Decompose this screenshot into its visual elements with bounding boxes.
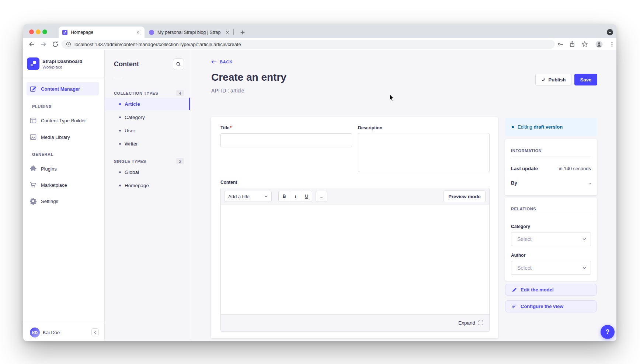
editor-toolbar: Add a title B I U ... Preview mode bbox=[221, 188, 489, 204]
sidebar-item-settings[interactable]: Settings bbox=[27, 195, 99, 208]
browser-menu-icon[interactable] bbox=[609, 41, 615, 48]
sidebar-item-content-type-builder[interactable]: Content-Type Builder bbox=[27, 114, 99, 127]
back-link[interactable]: BACK bbox=[211, 60, 233, 64]
expand-icon[interactable] bbox=[479, 321, 483, 325]
url-text: localhost:1337/admin/content-manager/col… bbox=[74, 42, 241, 47]
browser-back-button[interactable] bbox=[28, 41, 35, 48]
edit-model-button[interactable]: Edit the model bbox=[505, 284, 597, 296]
save-label: Save bbox=[580, 77, 591, 83]
entry-form-card: Title* Description Content Add a title B bbox=[211, 117, 498, 338]
pencil-icon bbox=[512, 287, 517, 292]
subnav-item-article[interactable]: Article bbox=[105, 98, 190, 110]
browser-forward-button[interactable] bbox=[40, 41, 47, 48]
group-label: SINGLE TYPES bbox=[114, 159, 146, 164]
profile-avatar-icon[interactable] bbox=[595, 41, 603, 48]
bullet-icon bbox=[119, 185, 121, 186]
main-content: BACK Create an entry API ID : article Pu… bbox=[190, 50, 616, 341]
group-label: COLLECTION TYPES bbox=[114, 91, 158, 95]
info-label: Last update bbox=[511, 166, 538, 171]
subnav-item-user[interactable]: User bbox=[105, 124, 190, 137]
info-row-last-update: Last update in 140 seconds bbox=[511, 166, 591, 171]
italic-button[interactable]: I bbox=[290, 191, 301, 202]
sidebar-item-label: Content-Type Builder bbox=[41, 118, 86, 123]
close-window-button[interactable] bbox=[29, 29, 34, 34]
subnav-title: Content bbox=[114, 60, 139, 68]
address-bar[interactable]: localhost:1337/admin/content-manager/col… bbox=[62, 40, 555, 49]
title-field-label: Title* bbox=[220, 125, 232, 130]
media-image-icon bbox=[29, 133, 37, 141]
category-select[interactable]: Select bbox=[511, 232, 591, 246]
minimize-window-button[interactable] bbox=[36, 29, 41, 34]
info-value: in 140 seconds bbox=[559, 166, 591, 171]
cart-icon bbox=[29, 181, 37, 189]
close-tab-icon[interactable] bbox=[225, 29, 230, 35]
subnav-item-category[interactable]: Category bbox=[105, 111, 190, 123]
sidebar-item-media-library[interactable]: Media Library bbox=[27, 130, 99, 144]
select-placeholder: Select bbox=[517, 236, 532, 242]
expand-label[interactable]: Expand bbox=[458, 320, 475, 326]
save-button[interactable]: Save bbox=[574, 74, 597, 85]
underline-button[interactable]: U bbox=[301, 191, 312, 202]
user-name: Kai Doe bbox=[43, 330, 60, 335]
plus-icon bbox=[240, 30, 245, 35]
relations-heading: RELATIONS bbox=[511, 207, 591, 211]
sidebar-item-content-manager[interactable]: Content Manager bbox=[27, 82, 99, 95]
subnav-item-writer[interactable]: Writer bbox=[105, 137, 190, 150]
tab-homepage[interactable]: Homepage bbox=[59, 27, 145, 38]
browser-window: Homepage My personal Strapi blog | Strap bbox=[23, 24, 616, 341]
blog-favicon bbox=[149, 30, 154, 35]
workspace-switcher[interactable]: Strapi Dashboard Workplace bbox=[27, 57, 82, 70]
bookmark-star-icon[interactable] bbox=[581, 41, 588, 48]
publish-button[interactable]: Publish bbox=[535, 74, 571, 85]
strapi-favicon bbox=[62, 30, 67, 35]
content-subnav: Content COLLECTION TYPES 4 Article Categ… bbox=[105, 50, 190, 341]
group-single-types: SINGLE TYPES 2 bbox=[114, 158, 184, 164]
editor-body[interactable] bbox=[221, 204, 489, 315]
user-row: KD Kai Doe bbox=[23, 326, 104, 341]
tab-strapi-blog[interactable]: My personal Strapi blog | Strap bbox=[146, 27, 233, 38]
browser-toolbar: localhost:1337/admin/content-manager/col… bbox=[23, 38, 616, 50]
bold-button[interactable]: B bbox=[279, 191, 290, 202]
collapse-sidebar-button[interactable] bbox=[91, 328, 99, 336]
help-button[interactable]: ? bbox=[601, 325, 615, 339]
tab-title: My personal Strapi blog | Strap bbox=[157, 30, 221, 35]
close-tab-icon[interactable] bbox=[135, 29, 141, 35]
caret-down-icon bbox=[582, 238, 586, 240]
author-select[interactable]: Select bbox=[511, 261, 591, 275]
share-icon[interactable] bbox=[569, 41, 575, 48]
subnav-item-homepage[interactable]: Homepage bbox=[105, 179, 190, 192]
site-info-icon[interactable] bbox=[66, 42, 71, 47]
title-input[interactable] bbox=[220, 133, 352, 147]
heading-select[interactable]: Add a title bbox=[224, 191, 272, 202]
draft-dot-icon bbox=[512, 126, 514, 128]
configure-view-label: Configure the view bbox=[521, 304, 563, 309]
subnav-item-label: Global bbox=[125, 169, 139, 175]
workspace-subtitle: Workplace bbox=[42, 65, 82, 69]
description-textarea[interactable] bbox=[358, 133, 490, 172]
tab-search-button[interactable] bbox=[607, 29, 613, 35]
browser-reload-button[interactable] bbox=[52, 41, 59, 48]
new-tab-button[interactable] bbox=[238, 28, 247, 37]
editor-footer: Expand bbox=[221, 314, 489, 331]
tab-divider bbox=[233, 29, 234, 35]
password-key-icon[interactable] bbox=[557, 41, 564, 48]
more-formats-button[interactable]: ... bbox=[316, 191, 327, 202]
count-badge: 2 bbox=[176, 158, 184, 164]
fullscreen-window-button[interactable] bbox=[42, 29, 47, 34]
publish-label: Publish bbox=[549, 77, 566, 83]
caret-down-icon bbox=[582, 267, 586, 269]
preview-mode-button[interactable]: Preview mode bbox=[444, 190, 486, 202]
info-row-by: By - bbox=[511, 180, 591, 186]
sidebar-item-marketplace[interactable]: Marketplace bbox=[27, 178, 99, 192]
avatar[interactable]: KD bbox=[30, 328, 40, 337]
subnav-item-label: Article bbox=[125, 101, 140, 107]
sidebar-item-label: Marketplace bbox=[41, 182, 67, 188]
page-title: Create an entry bbox=[211, 71, 286, 83]
sidebar-item-plugins[interactable]: Plugins bbox=[27, 162, 99, 175]
bullet-icon bbox=[119, 116, 121, 118]
configure-view-button[interactable]: Configure the view bbox=[505, 300, 597, 312]
search-button[interactable] bbox=[173, 58, 184, 70]
subnav-item-global[interactable]: Global bbox=[105, 166, 190, 178]
bullet-icon bbox=[119, 103, 121, 105]
search-icon bbox=[176, 62, 181, 67]
